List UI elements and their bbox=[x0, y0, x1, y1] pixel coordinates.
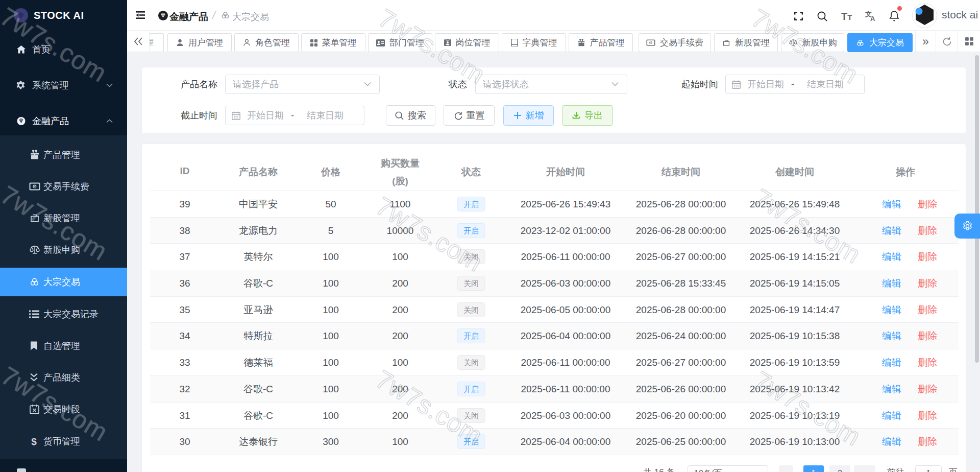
svg-text:$: $ bbox=[31, 436, 37, 446]
svg-text:A: A bbox=[870, 15, 875, 21]
svg-text:0: 0 bbox=[34, 184, 36, 189]
svg-text:0: 0 bbox=[650, 41, 652, 44]
